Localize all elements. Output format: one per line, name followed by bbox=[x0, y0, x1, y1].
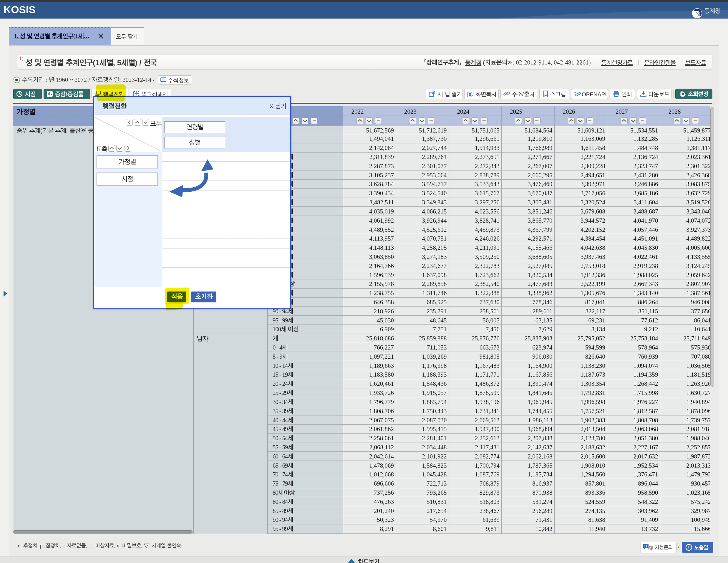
svg-text:A: A bbox=[649, 546, 651, 549]
svg-text:Q: Q bbox=[644, 544, 647, 548]
